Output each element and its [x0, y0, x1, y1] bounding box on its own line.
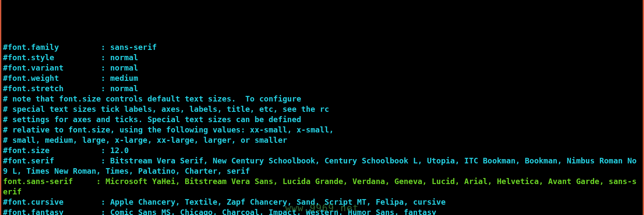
config-line: # special text sizes tick labels, axes, …	[3, 104, 641, 114]
config-line: #font.stretch : normal	[3, 83, 641, 94]
config-line: #font.weight : medium	[3, 73, 641, 83]
config-line: #font.family : sans-serif	[3, 42, 641, 52]
config-line: #font.serif : Bitstream Vera Serif, New …	[3, 156, 641, 176]
config-line: font.sans-serif : Microsoft YaHei, Bitst…	[3, 176, 641, 197]
config-line: # relative to font.size, using the follo…	[3, 125, 641, 135]
config-line: #font.variant : normal	[3, 63, 641, 73]
config-line: #font.fantasy : Comic Sans MS, Chicago, …	[3, 207, 641, 215]
config-line: #font.size : 12.0	[3, 145, 641, 156]
config-line: #font.style : normal	[3, 52, 641, 63]
config-line: # small, medium, large, x-large, xx-larg…	[3, 135, 641, 145]
config-line: #font.cursive : Apple Chancery, Textile,…	[3, 197, 641, 207]
config-line: # settings for axes and ticks. Special t…	[3, 114, 641, 125]
config-file-view: #font.family : sans-serif#font.style : n…	[3, 42, 641, 215]
config-line: # note that font.size controls default t…	[3, 94, 641, 104]
